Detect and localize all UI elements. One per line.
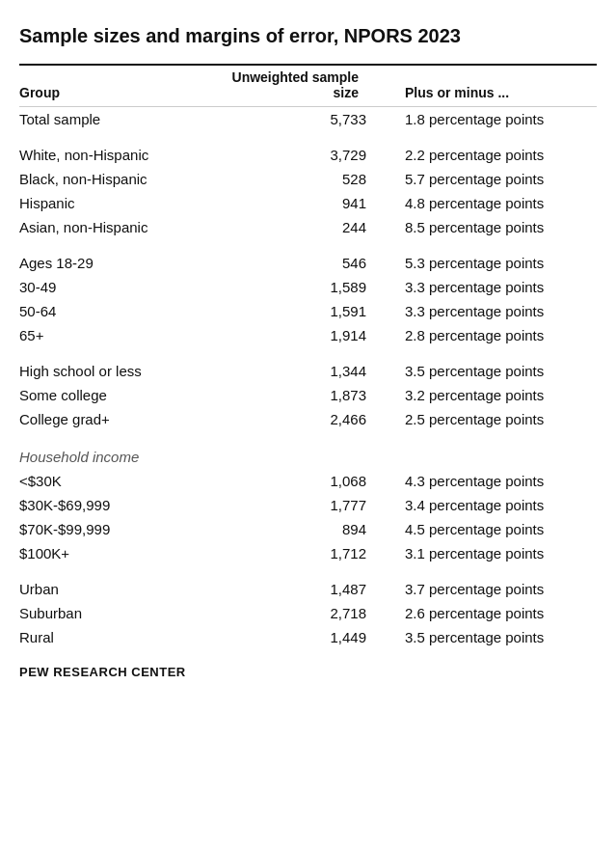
sample-size-value: 1,068 xyxy=(212,469,366,493)
sample-size-value: 2,718 xyxy=(212,601,366,625)
page-title: Sample sizes and margins of error, NPORS… xyxy=(19,23,597,48)
plus-minus-value: 3.4 percentage points xyxy=(366,493,597,517)
plus-minus-value: 1.8 percentage points xyxy=(366,107,597,132)
table-row xyxy=(19,239,597,251)
table-row: Black, non-Hispanic5285.7 percentage poi… xyxy=(19,167,597,191)
sample-size-value: 5,733 xyxy=(212,107,366,132)
sample-size-value: 1,712 xyxy=(212,541,366,565)
table-row: Total sample5,7331.8 percentage points xyxy=(19,107,597,132)
table-row xyxy=(19,565,597,577)
plus-minus-value: 4.3 percentage points xyxy=(366,469,597,493)
sample-size-value: 546 xyxy=(212,251,366,275)
plus-minus-value: 3.2 percentage points xyxy=(366,383,597,407)
table-row: College grad+2,4662.5 percentage points xyxy=(19,407,597,431)
group-label: Rural xyxy=(19,625,212,649)
table-row: Suburban2,7182.6 percentage points xyxy=(19,601,597,625)
plus-minus-value: 3.5 percentage points xyxy=(366,359,597,383)
group-label: Hispanic xyxy=(19,191,212,215)
plus-minus-value: 3.3 percentage points xyxy=(366,299,597,323)
plus-minus-value: 8.5 percentage points xyxy=(366,215,597,239)
sample-size-value: 1,487 xyxy=(212,577,366,601)
table-row: <$30K1,0684.3 percentage points xyxy=(19,469,597,493)
table-row: Ages 18-295465.3 percentage points xyxy=(19,251,597,275)
table-header-row: Group Unweighted sample size Plus or min… xyxy=(19,65,597,107)
sample-size-column-header: Unweighted sample size xyxy=(212,65,366,107)
table-row: High school or less1,3443.5 percentage p… xyxy=(19,359,597,383)
group-label: $70K-$99,999 xyxy=(19,517,212,541)
sample-size-value: 1,914 xyxy=(212,323,366,347)
group-label: Asian, non-Hispanic xyxy=(19,215,212,239)
plus-minus-value: 4.5 percentage points xyxy=(366,517,597,541)
plus-minus-column-header: Plus or minus ... xyxy=(366,65,597,107)
group-label: Ages 18-29 xyxy=(19,251,212,275)
table-row: Urban1,4873.7 percentage points xyxy=(19,577,597,601)
table-row: Some college1,8733.2 percentage points xyxy=(19,383,597,407)
group-label: $30K-$69,999 xyxy=(19,493,212,517)
data-table: Group Unweighted sample size Plus or min… xyxy=(19,64,597,649)
sample-size-value: 3,729 xyxy=(212,143,366,167)
group-label: 30-49 xyxy=(19,275,212,299)
table-row xyxy=(19,347,597,359)
plus-minus-value: 4.8 percentage points xyxy=(366,191,597,215)
table-row xyxy=(19,131,597,143)
plus-minus-value: 5.7 percentage points xyxy=(366,167,597,191)
group-column-header: Group xyxy=(19,65,212,107)
footer-label: PEW RESEARCH CENTER xyxy=(19,665,597,679)
plus-minus-value: 2.8 percentage points xyxy=(366,323,597,347)
sample-size-value xyxy=(212,443,366,469)
group-label: Some college xyxy=(19,383,212,407)
plus-minus-value: 3.5 percentage points xyxy=(366,625,597,649)
plus-minus-value: 2.5 percentage points xyxy=(366,407,597,431)
plus-minus-value: 5.3 percentage points xyxy=(366,251,597,275)
sample-size-value: 941 xyxy=(212,191,366,215)
sample-size-value: 244 xyxy=(212,215,366,239)
plus-minus-value: 2.6 percentage points xyxy=(366,601,597,625)
group-label: High school or less xyxy=(19,359,212,383)
group-label: Urban xyxy=(19,577,212,601)
table-row: Hispanic9414.8 percentage points xyxy=(19,191,597,215)
table-row: 50-641,5913.3 percentage points xyxy=(19,299,597,323)
plus-minus-value: 3.3 percentage points xyxy=(366,275,597,299)
sample-size-value: 1,873 xyxy=(212,383,366,407)
table-row: $100K+1,7123.1 percentage points xyxy=(19,541,597,565)
table-row: Rural1,4493.5 percentage points xyxy=(19,625,597,649)
sample-size-value: 1,344 xyxy=(212,359,366,383)
plus-minus-value: 2.2 percentage points xyxy=(366,143,597,167)
group-label: $100K+ xyxy=(19,541,212,565)
table-row: White, non-Hispanic3,7292.2 percentage p… xyxy=(19,143,597,167)
table-row: $70K-$99,9998944.5 percentage points xyxy=(19,517,597,541)
group-label: Black, non-Hispanic xyxy=(19,167,212,191)
plus-minus-value: 3.7 percentage points xyxy=(366,577,597,601)
plus-minus-value xyxy=(366,443,597,469)
table-row: 30-491,5893.3 percentage points xyxy=(19,275,597,299)
group-label: College grad+ xyxy=(19,407,212,431)
sample-size-value: 1,589 xyxy=(212,275,366,299)
group-label: Suburban xyxy=(19,601,212,625)
sample-size-value: 894 xyxy=(212,517,366,541)
sample-size-value: 1,591 xyxy=(212,299,366,323)
table-row xyxy=(19,431,597,443)
sample-size-value: 1,777 xyxy=(212,493,366,517)
group-label: 65+ xyxy=(19,323,212,347)
sample-size-value: 2,466 xyxy=(212,407,366,431)
table-row: 65+1,9142.8 percentage points xyxy=(19,323,597,347)
group-label: Household income xyxy=(19,443,212,469)
plus-minus-value: 3.1 percentage points xyxy=(366,541,597,565)
sample-size-value: 1,449 xyxy=(212,625,366,649)
table-row: $30K-$69,9991,7773.4 percentage points xyxy=(19,493,597,517)
sample-size-value: 528 xyxy=(212,167,366,191)
group-label: Total sample xyxy=(19,107,212,132)
group-label: White, non-Hispanic xyxy=(19,143,212,167)
table-row: Household income xyxy=(19,443,597,469)
group-label: <$30K xyxy=(19,469,212,493)
table-row: Asian, non-Hispanic2448.5 percentage poi… xyxy=(19,215,597,239)
group-label: 50-64 xyxy=(19,299,212,323)
